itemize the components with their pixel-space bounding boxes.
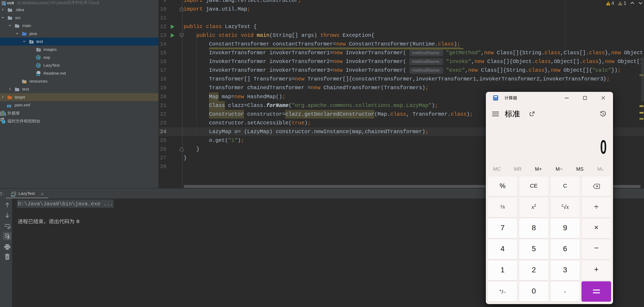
svg-text:MD: MD — [37, 74, 40, 76]
